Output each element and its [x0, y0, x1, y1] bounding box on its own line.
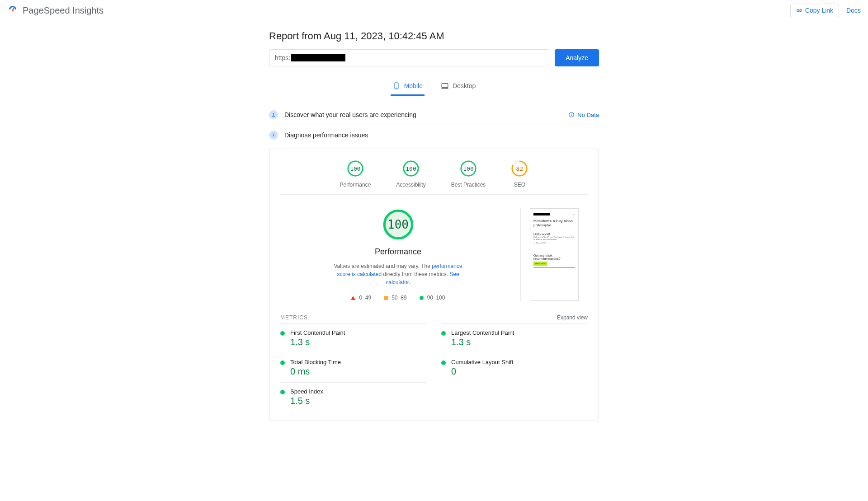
gauge-best-practices[interactable]: 100 Best Practices [451, 160, 486, 188]
tab-mobile-label: Mobile [404, 82, 423, 89]
gauge-circle: 100 [347, 160, 364, 177]
url-prefix: https: [275, 54, 290, 61]
diagnose-section: Diagnose performance issues [269, 125, 599, 145]
gauge-seo[interactable]: 82 SEO [511, 160, 528, 188]
discover-title: Discover what your real users are experi… [284, 111, 416, 118]
copy-link-button[interactable]: Copy Link [790, 4, 839, 17]
users-icon [269, 110, 278, 119]
preview-subtitle: Hello world! [533, 233, 575, 236]
gauge-score: 100 [347, 160, 364, 177]
metric-name: Total Blocking Time [290, 359, 341, 365]
status-dot-icon [280, 390, 285, 394]
mobile-icon [392, 82, 401, 90]
status-dot-icon [441, 361, 446, 365]
gauge-accessibility[interactable]: 100 Accessibility [396, 160, 425, 188]
gauge-score: 100 [460, 160, 477, 177]
discover-left: Discover what your real users are experi… [269, 110, 416, 119]
menu-icon: ≡ [573, 212, 575, 216]
url-row: https: Analyze [269, 49, 599, 66]
svg-point-10 [273, 135, 274, 136]
preview-question: Got any book recommendations? [533, 254, 575, 260]
gauge-circle: 100 [402, 160, 420, 177]
desktop-icon [441, 82, 449, 90]
performance-title: Performance [375, 247, 421, 257]
legend-red: 0–49 [351, 295, 371, 301]
app-header: PageSpeed Insights Copy Link Docs [0, 0, 868, 21]
preview-header: ≡ [533, 212, 575, 216]
metric-name: Largest Contentful Paint [451, 329, 514, 336]
gauge-circle: 82 [511, 160, 528, 177]
metric-lcp: Largest Contentful Paint 1.3 s [441, 323, 588, 353]
diagnose-left: Diagnose performance issues [269, 131, 368, 140]
metric-name: First Contentful Paint [290, 329, 345, 336]
preview-divider [533, 267, 575, 267]
docs-link[interactable]: Docs [846, 7, 861, 14]
no-data-link[interactable]: No Data [568, 112, 599, 118]
gauge-performance[interactable]: 100 Performance [340, 160, 371, 188]
metrics-title: METRICS [280, 314, 308, 321]
header-right: Copy Link Docs [790, 4, 861, 17]
main-container: Report from Aug 11, 2023, 10:42:45 AM ht… [269, 21, 599, 448]
url-input[interactable]: https: [269, 49, 549, 66]
metric-name: Cumulative Layout Shift [451, 359, 513, 365]
metric-value: 0 ms [290, 366, 341, 377]
url-redacted [291, 54, 345, 61]
gauge-label: Best Practices [451, 182, 486, 188]
svg-point-6 [273, 113, 274, 115]
device-tabs: Mobile Desktop [269, 77, 599, 96]
discover-section: Discover what your real users are experi… [269, 105, 599, 125]
metric-name: Speed Index [290, 388, 323, 395]
preview-logo [533, 213, 550, 215]
tab-desktop-label: Desktop [453, 82, 476, 89]
screenshot-preview: ≡ Mindblown: a blog about philosophy. He… [530, 208, 579, 301]
copy-link-label: Copy Link [805, 7, 833, 14]
big-gauge-score: 100 [382, 208, 415, 241]
metric-fcp: First Contentful Paint 1.3 s [280, 323, 427, 353]
tab-desktop[interactable]: Desktop [439, 77, 477, 96]
gauge-score: 100 [402, 160, 420, 177]
lighthouse-card: 100 Performance 100 Accessibility 100 Be… [269, 149, 599, 421]
status-dot-icon [280, 331, 285, 336]
performance-summary: 100 Performance Values are estimated and… [280, 208, 521, 301]
metric-value: 1.3 s [451, 337, 514, 347]
score-legend: 0–49 50–89 90–100 [351, 295, 445, 301]
header-left: PageSpeed Insights [7, 4, 104, 17]
circle-icon [420, 296, 424, 300]
gauge-label: Performance [340, 182, 371, 188]
status-dot-icon [441, 331, 446, 336]
metric-value: 1.5 s [290, 396, 323, 406]
gauge-score: 82 [511, 160, 528, 177]
metrics-header: METRICS Expand view [280, 310, 588, 323]
metric-tbt: Total Blocking Time 0 ms [280, 353, 427, 382]
pagespeed-logo-icon [7, 4, 18, 17]
app-title: PageSpeed Insights [23, 5, 104, 16]
big-gauge: 100 [382, 208, 415, 241]
performance-description: Values are estimated and may vary. The p… [328, 262, 468, 286]
preview-button: Get in Touch [533, 262, 547, 266]
expand-view-toggle[interactable]: Expand view [557, 314, 588, 321]
svg-rect-1 [13, 8, 14, 10]
metric-cls: Cumulative Layout Shift 0 [441, 353, 588, 382]
diagnose-icon [269, 131, 278, 140]
link-icon [796, 7, 802, 14]
report-title: Report from Aug 11, 2023, 10:42:45 AM [269, 30, 599, 42]
info-icon [568, 112, 575, 118]
metric-si: Speed Index 1.5 s [280, 382, 427, 412]
square-icon [384, 296, 388, 300]
gauge-label: SEO [514, 182, 525, 188]
tab-mobile[interactable]: Mobile [391, 77, 425, 96]
no-data-text: No Data [577, 112, 599, 118]
status-dot-icon [280, 361, 285, 365]
preview-date: 11 August 2023 [533, 242, 575, 244]
gauge-row: 100 Performance 100 Accessibility 100 Be… [280, 158, 588, 195]
preview-heading: Mindblown: a blog about philosophy. [533, 219, 575, 227]
legend-green: 90–100 [420, 295, 445, 301]
gauge-label: Accessibility [396, 182, 425, 188]
analyze-button[interactable]: Analyze [555, 49, 599, 66]
metric-value: 1.3 s [290, 337, 345, 347]
metrics-grid: First Contentful Paint 1.3 s Largest Con… [280, 323, 588, 412]
diagnose-title: Diagnose performance issues [284, 131, 368, 139]
performance-detail: 100 Performance Values are estimated and… [280, 195, 588, 310]
legend-orange: 50–89 [384, 295, 406, 301]
metric-value: 0 [451, 366, 513, 377]
